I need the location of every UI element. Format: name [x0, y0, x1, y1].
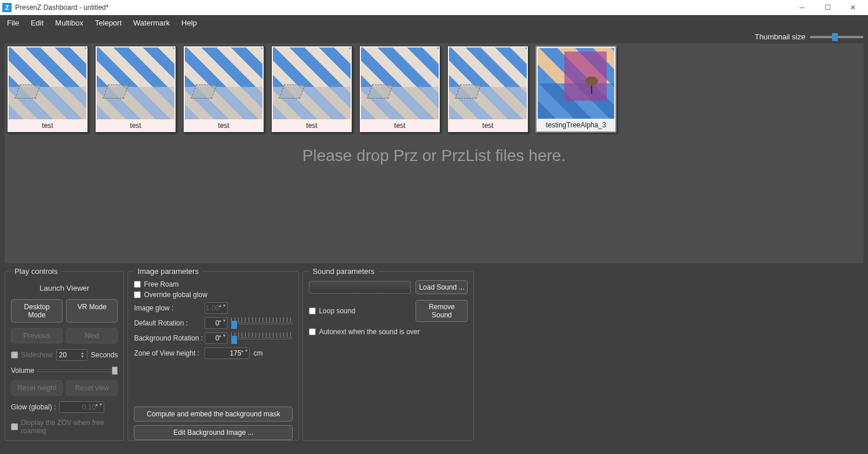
reset-height-button[interactable]: Reset height — [11, 380, 63, 396]
remove-sound-button[interactable]: Remove Sound — [415, 300, 468, 322]
minimize-button[interactable]: ─ — [789, 0, 815, 15]
menu-file[interactable]: File — [1, 16, 25, 30]
autonext-checkbox[interactable]: Autonext when the sound is over — [309, 328, 468, 336]
zov-height-input[interactable]: 175 ▲▼ — [205, 347, 250, 359]
spinner-arrows-icon[interactable]: ▲▼ — [240, 349, 249, 353]
slideshow-checkbox-input[interactable] — [11, 352, 18, 358]
thumbnail-image — [361, 47, 439, 119]
zov-height-label: Zone of View height : — [134, 349, 201, 357]
thumbnail-size-slider[interactable] — [810, 36, 863, 38]
spinner-arrows-icon[interactable]: ▲▼ — [95, 402, 103, 407]
loop-sound-label: Loop sound — [319, 307, 355, 315]
loop-sound-checkbox[interactable]: Loop sound — [309, 307, 411, 315]
image-glow-label: Image glow : — [134, 304, 201, 312]
thumbnail-label: testingTreeAlpha_3 — [537, 120, 615, 131]
image-glow-input[interactable]: 1.00 ▲▼ — [205, 302, 228, 314]
sound-parameters-panel: Sound parameters Load Sound ... Loop sou… — [302, 267, 474, 441]
drop-zone[interactable]: test test test test test test testing — [5, 43, 863, 263]
thumbnail-label: test — [184, 120, 264, 132]
vr-mode-button[interactable]: VR Mode — [66, 299, 118, 323]
menubar: File Edit Multibox Teleport Watermark He… — [0, 15, 868, 30]
thumbnail-label: test — [8, 120, 87, 132]
slideshow-checkbox[interactable]: Slideshow — [11, 351, 53, 359]
thumbnail-label: test — [96, 120, 176, 132]
thumbnail-item[interactable]: test — [359, 46, 440, 133]
thumbnail-item[interactable]: test — [7, 46, 88, 133]
thumbnail-size-label: Thumbnail size — [755, 32, 805, 41]
menu-teleport[interactable]: Teleport — [89, 16, 127, 30]
thumbnail-item[interactable]: test — [95, 46, 176, 133]
thumbnail-item[interactable]: test — [183, 46, 264, 133]
thumbnail-image — [538, 48, 614, 119]
image-parameters-panel: Image parameters Free Roam Override glob… — [127, 267, 299, 441]
thumbnail-label: test — [272, 120, 352, 132]
glow-global-label: Glow (global) : — [11, 403, 56, 411]
desktop-mode-button[interactable]: Desktop Mode — [11, 299, 63, 323]
play-controls-panel: Play controls Launch Viewer Desktop Mode… — [5, 267, 124, 441]
thumbnail-item[interactable]: test — [447, 46, 528, 133]
glow-global-input[interactable]: 0.10 ▲▼ — [59, 401, 104, 413]
loop-sound-checkbox-input[interactable] — [309, 307, 316, 314]
thumbnail-image — [185, 47, 262, 119]
thumbnail-list: test test test test test test testing — [7, 46, 861, 133]
play-controls-legend: Play controls — [11, 267, 61, 276]
free-roam-checkbox[interactable]: Free Roam — [134, 280, 293, 288]
background-rotation-input[interactable]: 0 ▲▼ — [205, 332, 228, 344]
load-sound-button[interactable]: Load Sound ... — [415, 280, 468, 294]
titlebar: Z PresenZ Dashboard - untitled* ─ ☐ ✕ — [0, 0, 868, 15]
drop-hint-text: Please drop Prz or PrzList files here. — [5, 147, 863, 165]
menu-watermark[interactable]: Watermark — [127, 16, 176, 30]
thumbnail-image — [449, 47, 527, 119]
default-rotation-label: Default Rotation : — [134, 319, 201, 327]
sound-parameters-legend: Sound parameters — [309, 267, 378, 276]
thumbnail-size-slider-thumb[interactable] — [832, 33, 838, 41]
menu-help[interactable]: Help — [176, 16, 203, 30]
image-parameters-legend: Image parameters — [134, 267, 202, 276]
previous-button[interactable]: Previous — [11, 328, 63, 343]
display-zov-checkbox-input[interactable] — [11, 423, 18, 430]
spinner-arrows-icon[interactable]: ▲▼ — [218, 318, 227, 323]
compute-mask-button[interactable]: Compute and embed the background mask — [134, 407, 293, 422]
thumbnail-image — [97, 47, 174, 119]
cm-label: cm — [253, 349, 262, 357]
background-rotation-slider[interactable] — [231, 332, 293, 344]
thumbnail-size-row: Thumbnail size — [0, 30, 868, 43]
edit-background-button[interactable]: Edit Background Image ... — [134, 425, 293, 440]
thumbnail-label: test — [448, 120, 528, 132]
thumbnail-label: test — [360, 120, 440, 132]
thumbnail-image — [273, 47, 351, 119]
close-button[interactable]: ✕ — [840, 0, 866, 15]
slideshow-seconds-input[interactable]: 20 ▲▼ — [56, 349, 87, 361]
bottom-panels: Play controls Launch Viewer Desktop Mode… — [0, 263, 868, 445]
seconds-label: Seconds — [91, 351, 118, 359]
thumbnail-item-selected[interactable]: testingTreeAlpha_3 — [535, 46, 617, 133]
slideshow-label: Slideshow — [21, 351, 53, 359]
override-glow-label: Override global glow — [144, 291, 207, 299]
default-rotation-slider[interactable] — [231, 317, 293, 329]
spinner-arrows-icon[interactable]: ▲▼ — [218, 334, 227, 338]
override-glow-checkbox-input[interactable] — [134, 291, 141, 298]
spinner-arrows-icon[interactable]: ▲▼ — [218, 303, 227, 307]
volume-slider[interactable] — [38, 367, 118, 375]
window-title: PresenZ Dashboard - untitled* — [15, 3, 789, 12]
free-roam-label: Free Roam — [144, 280, 178, 288]
menu-multibox[interactable]: Multibox — [49, 16, 89, 30]
app-logo-icon: Z — [2, 3, 12, 12]
sound-path-field — [309, 281, 411, 294]
volume-label: Volume — [11, 367, 34, 375]
thumbnail-item[interactable]: test — [271, 46, 352, 133]
free-roam-checkbox-input[interactable] — [134, 281, 141, 288]
autonext-label: Autonext when the sound is over — [319, 328, 420, 336]
maximize-button[interactable]: ☐ — [815, 0, 840, 15]
display-zov-checkbox[interactable]: Display the ZOV when free roaming — [11, 419, 118, 435]
menu-edit[interactable]: Edit — [25, 16, 49, 30]
default-rotation-input[interactable]: 0 ▲▼ — [205, 317, 228, 329]
thumbnail-image — [9, 47, 86, 119]
spinner-arrows-icon[interactable]: ▲▼ — [81, 352, 85, 358]
display-zov-label: Display the ZOV when free roaming — [21, 419, 118, 435]
reset-view-button[interactable]: Reset view — [66, 380, 118, 396]
launch-viewer-label: Launch Viewer — [11, 284, 118, 292]
next-button[interactable]: Next — [66, 328, 118, 343]
override-glow-checkbox[interactable]: Override global glow — [134, 291, 293, 299]
autonext-checkbox-input[interactable] — [309, 328, 316, 335]
